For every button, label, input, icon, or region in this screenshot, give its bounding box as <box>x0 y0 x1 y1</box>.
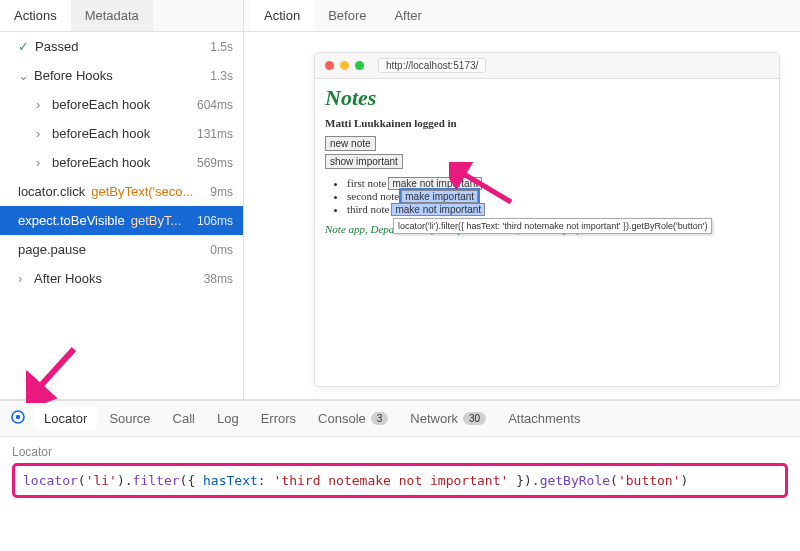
action-row-locator-click[interactable]: locator.click getByText('seco... 9ms <box>0 177 243 206</box>
target-icon[interactable] <box>10 409 26 428</box>
tab-after[interactable]: After <box>380 0 435 31</box>
annotation-arrow-preview <box>449 162 519 212</box>
action-row-passed[interactable]: ✓Passed 1.5s <box>0 32 243 61</box>
tab-network-label: Network <box>410 411 458 426</box>
action-duration: 106ms <box>197 214 233 228</box>
action-label: locator.click <box>18 184 85 199</box>
chevron-right-icon: › <box>36 97 46 112</box>
action-label: Before Hooks <box>34 68 113 83</box>
svg-line-1 <box>457 170 511 202</box>
action-arg: getByText('seco... <box>91 184 193 199</box>
network-badge: 30 <box>463 412 486 425</box>
bottom-tabs: Locator Source Call Log Errors Console3 … <box>0 401 800 437</box>
tab-attachments[interactable]: Attachments <box>498 407 590 430</box>
action-label: beforeEach hook <box>52 126 150 141</box>
action-duration: 1.5s <box>210 40 233 54</box>
tab-call[interactable]: Call <box>163 407 205 430</box>
locator-section: Locator locator('li').filter({ hasText: … <box>0 437 800 506</box>
action-duration: 604ms <box>197 98 233 112</box>
page-title: Notes <box>325 85 769 111</box>
traffic-lights <box>325 61 364 70</box>
action-label: beforeEach hook <box>52 97 150 112</box>
page-content: Notes Matti Luukkainen logged in new not… <box>315 79 779 241</box>
tab-errors[interactable]: Errors <box>251 407 306 430</box>
traffic-close-icon <box>325 61 334 70</box>
action-duration: 131ms <box>197 127 233 141</box>
check-icon: ✓ <box>18 39 29 54</box>
token-punc: }). <box>508 473 539 488</box>
browser-preview: http://localhost:5173/ Notes Matti Luukk… <box>314 52 780 387</box>
tab-actions[interactable]: Actions <box>0 0 71 31</box>
action-row-before-each-3[interactable]: ›beforeEach hook 569ms <box>0 148 243 177</box>
traffic-max-icon <box>355 61 364 70</box>
new-note-button[interactable]: new note <box>325 136 376 151</box>
tab-locator[interactable]: Locator <box>34 407 97 430</box>
token-str: 'button' <box>618 473 681 488</box>
svg-point-5 <box>16 415 20 419</box>
action-label: Passed <box>35 39 78 54</box>
locator-input[interactable]: locator('li').filter({ hasText: 'third n… <box>12 463 788 498</box>
action-label: beforeEach hook <box>52 155 150 170</box>
action-label: After Hooks <box>34 271 102 286</box>
action-row-before-each-2[interactable]: ›beforeEach hook 131ms <box>0 119 243 148</box>
tab-network[interactable]: Network30 <box>400 407 496 430</box>
svg-line-3 <box>34 349 74 393</box>
action-label: page.pause <box>18 242 86 257</box>
token-str: 'third notemake not important' <box>274 473 509 488</box>
note-item-3: third notemake not important locator('li… <box>347 203 769 215</box>
browser-chrome: http://localhost:5173/ <box>315 53 779 79</box>
token-punc: ). <box>117 473 133 488</box>
preview-area: http://localhost:5173/ Notes Matti Luukk… <box>244 32 800 399</box>
note-text: second note <box>347 190 399 202</box>
tab-console-label: Console <box>318 411 366 426</box>
token-punc: : <box>258 473 274 488</box>
note-item-1: first notemake not important <box>347 177 769 189</box>
note-text: first note <box>347 177 386 189</box>
sidebar-tabs: Actions Metadata <box>0 0 243 32</box>
token-punc: ({ <box>180 473 203 488</box>
console-badge: 3 <box>371 412 389 425</box>
tab-before[interactable]: Before <box>314 0 380 31</box>
note-item-2: second notemake important <box>347 190 769 202</box>
token-punc: ) <box>681 473 689 488</box>
action-duration: 9ms <box>210 185 233 199</box>
action-row-after-hooks[interactable]: ›After Hooks 38ms <box>0 264 243 293</box>
token-punc: ( <box>610 473 618 488</box>
action-duration: 1.3s <box>210 69 233 83</box>
token-fn: locator <box>23 473 78 488</box>
action-arg: getByT... <box>131 213 182 228</box>
action-row-before-hooks[interactable]: ⌄Before Hooks 1.3s <box>0 61 243 90</box>
chevron-down-icon: ⌄ <box>18 68 28 83</box>
annotation-arrow-locator <box>26 343 86 406</box>
login-status: Matti Luukkainen logged in <box>325 117 769 129</box>
tab-action[interactable]: Action <box>250 0 314 31</box>
token-fn: getByRole <box>540 473 610 488</box>
chevron-right-icon: › <box>18 271 28 286</box>
token-fn: filter <box>133 473 180 488</box>
token-key: hasText <box>203 473 258 488</box>
action-duration: 0ms <box>210 243 233 257</box>
action-row-expect-selected[interactable]: expect.toBeVisible getByT... 106ms <box>0 206 243 235</box>
locator-tooltip: locator('li').filter({ hasText: 'third n… <box>393 218 712 234</box>
address-bar: http://localhost:5173/ <box>378 58 486 73</box>
main-tabs: Action Before After <box>244 0 800 32</box>
chevron-right-icon: › <box>36 155 46 170</box>
note-text: third note <box>347 203 389 215</box>
action-duration: 38ms <box>204 272 233 286</box>
tab-log[interactable]: Log <box>207 407 249 430</box>
locator-label: Locator <box>12 445 788 459</box>
action-duration: 569ms <box>197 156 233 170</box>
action-row-before-each-1[interactable]: ›beforeEach hook 604ms <box>0 90 243 119</box>
token-punc: ( <box>78 473 86 488</box>
traffic-min-icon <box>340 61 349 70</box>
action-label: expect.toBeVisible <box>18 213 125 228</box>
chevron-right-icon: › <box>36 126 46 141</box>
show-important-button[interactable]: show important <box>325 154 403 169</box>
tab-source[interactable]: Source <box>99 407 160 430</box>
tab-console[interactable]: Console3 <box>308 407 398 430</box>
token-str: 'li' <box>86 473 117 488</box>
action-row-page-pause[interactable]: page.pause 0ms <box>0 235 243 264</box>
tab-metadata[interactable]: Metadata <box>71 0 153 31</box>
